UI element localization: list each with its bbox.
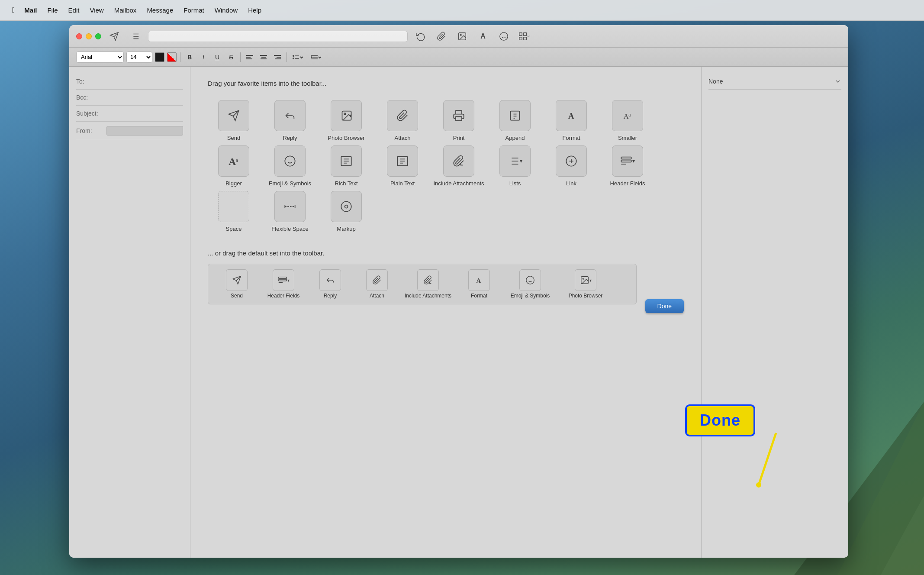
default-toolbar-strip[interactable]: Send ▾ Header Fields (208, 264, 637, 304)
photo-button[interactable] (454, 30, 470, 42)
text-color-swatch[interactable] (155, 52, 164, 62)
list-format-button[interactable] (290, 52, 306, 63)
highlight-color-swatch[interactable] (167, 52, 177, 62)
right-panel: None (701, 67, 848, 558)
image-button[interactable] (517, 30, 532, 42)
default-emoji-label: Emoji & Symbols (511, 293, 550, 299)
minimize-button[interactable] (86, 33, 92, 39)
menubar-message[interactable]: Message (142, 5, 177, 16)
item-lists[interactable]: ▾ Lists (489, 145, 541, 187)
font-button[interactable]: A (475, 30, 491, 42)
align-right-button[interactable] (272, 52, 283, 63)
item-attach[interactable]: Attach (377, 100, 428, 141)
font-selector[interactable]: Arial (76, 52, 124, 63)
default-include-attachments[interactable]: Include Attachments (402, 269, 454, 299)
mail-window: A Arial 14 B I U S (69, 25, 848, 558)
item-markup[interactable]: Markup (320, 191, 372, 232)
send-toolbar-button[interactable] (106, 30, 122, 42)
default-header-fields[interactable]: ▾ Header Fields (262, 269, 305, 299)
item-rich-text[interactable]: Rich Text (320, 145, 372, 187)
align-left-button[interactable] (244, 52, 255, 63)
svg-rect-16 (519, 37, 522, 39)
strikethrough-button[interactable]: S (225, 52, 237, 63)
item-plain-text[interactable]: Plain Text (377, 145, 428, 187)
default-photo-browser-label: Photo Browser (569, 293, 603, 299)
indent-button[interactable] (309, 52, 324, 63)
item-space[interactable]: Space (208, 191, 260, 232)
default-reply[interactable]: Reply (309, 269, 352, 299)
item-bigger[interactable]: Aa Bigger (208, 145, 260, 187)
item-print[interactable]: Print (433, 100, 485, 141)
svg-text:A: A (476, 277, 481, 284)
default-format[interactable]: A Format (457, 269, 501, 299)
apple-menu[interactable]:  (9, 4, 18, 16)
item-reply[interactable]: Reply (264, 100, 316, 141)
default-emoji[interactable]: Emoji & Symbols (504, 269, 556, 299)
reply-icon (274, 100, 306, 131)
menubar-edit[interactable]: Edit (64, 5, 84, 16)
append-label: Append (505, 135, 525, 141)
markup-icon (331, 191, 362, 222)
emoji-label: Emoji & Symbols (269, 180, 311, 187)
italic-button[interactable]: I (198, 52, 209, 63)
flexible-space-label: Flexible Space (271, 226, 308, 232)
default-format-icon: A (468, 269, 490, 291)
rich-text-icon (331, 145, 362, 177)
photo-browser-icon: ▾ (331, 100, 362, 131)
bold-button[interactable]: B (184, 52, 195, 63)
item-emoji[interactable]: Emoji & Symbols (264, 145, 316, 187)
menubar-mailbox[interactable]: Mailbox (110, 5, 141, 16)
item-header-fields[interactable]: ▾ Header Fields (602, 145, 654, 187)
bcc-field[interactable]: Bcc: (76, 90, 183, 106)
maximize-button[interactable] (95, 33, 101, 39)
item-photo-browser[interactable]: ▾ Photo Browser (320, 100, 372, 141)
default-photo-browser[interactable]: ▾ Photo Browser (560, 269, 612, 299)
size-selector[interactable]: 14 (126, 52, 152, 63)
item-link[interactable]: Link (545, 145, 597, 187)
title-bar: A (69, 25, 848, 48)
default-include-attachments-icon (417, 269, 439, 291)
undo-button[interactable] (413, 30, 428, 42)
close-button[interactable] (76, 33, 82, 39)
svg-text:A: A (229, 156, 236, 167)
item-flexible-space[interactable]: Flexible Space (264, 191, 316, 232)
item-smaller[interactable]: Aa Smaller (602, 100, 654, 141)
emoji-button[interactable] (496, 30, 512, 42)
subject-label: Subject: (76, 110, 106, 117)
smaller-label: Smaller (618, 135, 637, 141)
svg-point-36 (344, 113, 346, 115)
svg-text:A: A (624, 112, 629, 120)
item-format[interactable]: A Format (545, 100, 597, 141)
svg-point-27 (293, 58, 294, 58)
svg-point-9 (460, 34, 461, 36)
item-append[interactable]: Append (489, 100, 541, 141)
menubar:  Mail File Edit View Mailbox Message Fo… (0, 0, 924, 21)
default-attach[interactable]: Attach (355, 269, 399, 299)
from-field[interactable]: From: (76, 122, 183, 140)
menubar-view[interactable]: View (85, 5, 108, 16)
search-bar[interactable] (148, 31, 408, 42)
header-fields-icon: ▾ (612, 145, 643, 177)
link-icon (556, 145, 587, 177)
item-send[interactable]: Send (208, 100, 260, 141)
bcc-label: Bcc: (76, 94, 106, 101)
subject-field[interactable]: Subject: (76, 106, 183, 122)
from-input[interactable] (106, 126, 183, 136)
menubar-mail[interactable]: Mail (20, 5, 41, 16)
attach-button[interactable] (434, 30, 449, 42)
format-icon: A (556, 100, 587, 131)
default-send[interactable]: Send (215, 269, 258, 299)
underline-button[interactable]: U (212, 52, 223, 63)
divider-3 (287, 52, 287, 62)
menubar-file[interactable]: File (43, 5, 62, 16)
menubar-format[interactable]: Format (179, 5, 209, 16)
to-field[interactable]: To: (76, 74, 183, 90)
done-button[interactable]: Done (645, 299, 684, 313)
list-toolbar-button[interactable] (127, 30, 143, 42)
menubar-window[interactable]: Window (210, 5, 242, 16)
item-include-attachments[interactable]: Include Attachments (433, 145, 485, 187)
svg-text:a: a (628, 112, 631, 118)
svg-point-26 (293, 55, 294, 56)
align-center-button[interactable] (258, 52, 269, 63)
menubar-help[interactable]: Help (244, 5, 266, 16)
